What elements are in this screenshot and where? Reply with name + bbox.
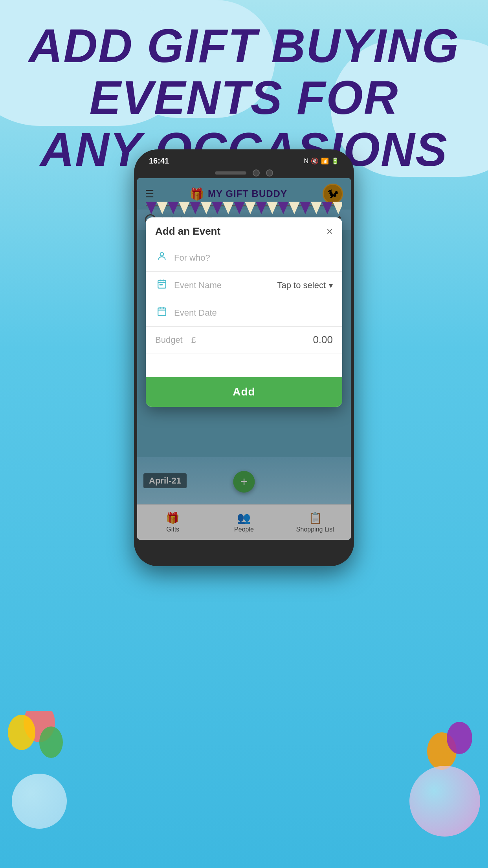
status-icons-right: N 🔇 📶 🔋	[304, 157, 339, 165]
budget-value: 0.00	[313, 334, 333, 346]
pennant-12	[278, 202, 289, 214]
status-time: 16:41	[149, 156, 169, 166]
for-who-label: For who?	[174, 253, 333, 263]
pennant-9	[245, 202, 256, 214]
pennant-4	[190, 202, 201, 214]
event-date-icon	[155, 306, 169, 319]
svg-rect-7	[158, 308, 166, 316]
battery-icon: 🔋	[331, 157, 339, 165]
pennant-16	[322, 202, 333, 214]
modal-overlay: Add an Event × For who?	[137, 178, 351, 540]
event-name-dropdown[interactable]: Tap to select ▾	[277, 280, 333, 291]
svg-point-0	[160, 252, 164, 256]
budget-currency: £	[191, 335, 196, 345]
camera	[253, 169, 260, 177]
nfc-icon: N	[304, 158, 308, 165]
pennant-2	[168, 202, 179, 214]
modal-close-button[interactable]: ×	[327, 226, 333, 237]
svg-point-5	[160, 284, 161, 285]
pennant-14	[300, 202, 311, 214]
event-date-field[interactable]: Event Date	[146, 299, 342, 327]
event-name-field[interactable]: Event Name Tap to select ▾	[146, 272, 342, 299]
budget-field[interactable]: Budget £ 0.00	[146, 327, 342, 353]
status-bar: 16:41 N 🔇 📶 🔋	[137, 153, 351, 168]
pennant-6	[212, 202, 223, 214]
pennant-0	[146, 202, 157, 214]
dropdown-arrow-icon: ▾	[329, 281, 333, 290]
speaker	[215, 171, 246, 175]
mute-icon: 🔇	[311, 157, 319, 165]
pennant-7	[223, 202, 234, 214]
event-date-label: Event Date	[174, 308, 333, 318]
pennant-3	[179, 202, 190, 214]
pennant-15	[311, 202, 322, 214]
modal-title: Add an Event	[155, 225, 220, 237]
wifi-icon: 📶	[321, 157, 329, 165]
event-name-label: Event Name	[174, 280, 272, 291]
add-event-modal: Add an Event × For who?	[146, 217, 342, 407]
add-event-button[interactable]: Add	[146, 377, 342, 407]
event-name-icon	[155, 279, 169, 292]
sensor	[266, 169, 273, 177]
svg-point-6	[161, 284, 162, 285]
modal-header: Add an Event ×	[146, 217, 342, 244]
modal-spacer	[146, 353, 342, 377]
pennant-8	[234, 202, 245, 214]
budget-label: Budget	[155, 335, 183, 345]
for-who-field[interactable]: For who?	[146, 244, 342, 272]
bunting-decoration	[146, 202, 342, 217]
pennant-11	[267, 202, 278, 214]
pennant-10	[256, 202, 267, 214]
camera-area	[137, 168, 351, 178]
phone-screen: ☰ 🎁 MY GIFT BUDDY 🐿 Include Past Events …	[137, 178, 351, 540]
headline-line1: ADD GIFT BUYING	[29, 19, 460, 72]
phone-frame: 16:41 N 🔇 📶 🔋 ☰ 🎁 MY GIFT BUDDY 🐿	[134, 149, 354, 566]
pennant-17	[333, 202, 342, 214]
pennant-13	[289, 202, 300, 214]
pennant-1	[157, 202, 168, 214]
pennant-5	[201, 202, 212, 214]
pennants	[146, 202, 342, 214]
headline-line2: EVENTS FOR	[90, 71, 399, 124]
modal-body: For who?	[146, 244, 342, 377]
event-name-dropdown-text: Tap to select	[277, 280, 326, 291]
person-field-icon	[155, 251, 169, 264]
